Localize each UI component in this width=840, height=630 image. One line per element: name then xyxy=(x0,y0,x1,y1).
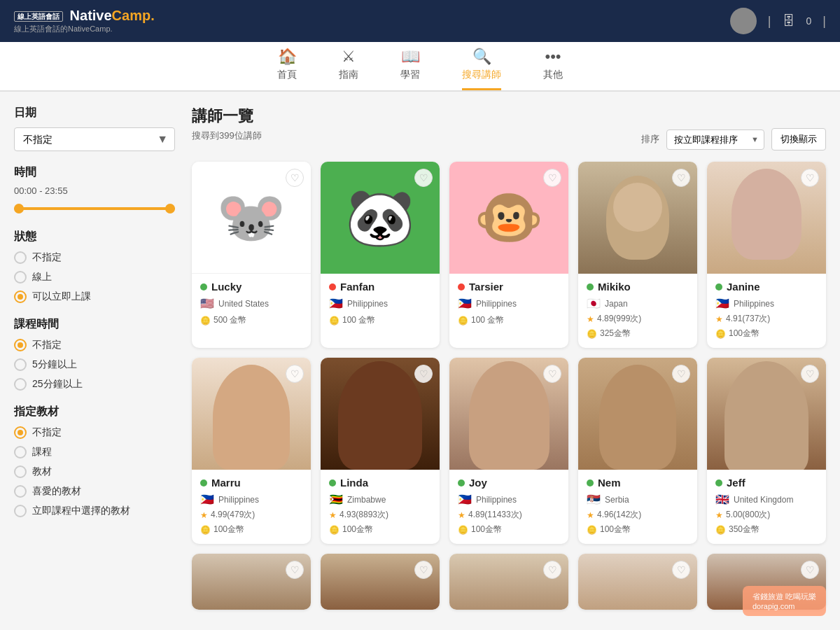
jeff-price: 🪙 350金幣 xyxy=(715,524,818,536)
nav-label-guide: 指南 xyxy=(339,69,358,81)
linda-name-row: Linda xyxy=(329,477,431,489)
nav-item-search[interactable]: 🔍 搜尋講師 xyxy=(462,48,501,90)
teacher-card-jeff[interactable]: ♡ Jeff 🇬🇧 United Kingdom ★ 5.00(800次) xyxy=(707,358,826,544)
nem-name-row: Nem xyxy=(587,477,689,489)
nem-flag: 🇷🇸 xyxy=(587,493,601,506)
radio-0[interactable] xyxy=(14,251,27,264)
partial3-heart-button[interactable]: ♡ xyxy=(543,561,561,579)
nav-item-home[interactable]: 🏠 首頁 xyxy=(277,48,297,90)
partial5-heart-button[interactable]: ♡ xyxy=(801,561,819,579)
sort-select[interactable]: 按立即課程排序 xyxy=(666,130,764,150)
teacher-card-lucky[interactable]: 🐭 ♡ Lucky 🇺🇸 United States 🪙 500 金幣 xyxy=(192,162,311,348)
material-label-2: 教材 xyxy=(32,465,52,478)
mikiko-heart-button[interactable]: ♡ xyxy=(672,169,690,187)
nav-label-study: 學習 xyxy=(400,69,420,81)
radio-1[interactable] xyxy=(14,271,27,284)
status-option-2[interactable]: 可以立即上課 xyxy=(14,290,175,303)
linda-heart-button[interactable]: ♡ xyxy=(414,365,433,383)
tarsier-heart-button[interactable]: ♡ xyxy=(543,169,561,187)
status-option-1[interactable]: 線上 xyxy=(14,271,175,284)
material-option-1[interactable]: 課程 xyxy=(14,446,175,458)
fanfan-heart-button[interactable]: ♡ xyxy=(414,169,433,187)
status-radio-group: 不指定 線上 可以立即上課 xyxy=(14,251,175,303)
material-radio-group: 不指定 課程 教材 喜愛的教材 立即課程中選擇的教材 xyxy=(14,426,175,517)
teacher-card-nem[interactable]: ♡ Nem 🇷🇸 Serbia ★ 4.96(142次) xyxy=(578,358,697,544)
mikiko-rating-text: 4.89(999次) xyxy=(597,313,641,325)
nem-country-name: Serbia xyxy=(605,495,629,505)
nem-country: 🇷🇸 Serbia xyxy=(587,493,689,506)
teacher-card-partial-3[interactable]: ♡ xyxy=(449,554,568,610)
slider-thumb-right[interactable] xyxy=(165,204,175,214)
janine-heart-button[interactable]: ♡ xyxy=(801,169,819,187)
radio-mat-4[interactable] xyxy=(14,505,27,517)
duration-option-2[interactable]: 25分鐘以上 xyxy=(14,378,175,391)
duration-option-0[interactable]: 不指定 xyxy=(14,339,175,351)
teacher-card-partial-4[interactable]: ♡ xyxy=(578,554,697,610)
radio-mat-1[interactable] xyxy=(14,446,27,458)
jeff-flag: 🇬🇧 xyxy=(715,493,729,506)
janine-name-row: Janine xyxy=(715,281,818,293)
radio-2[interactable] xyxy=(14,290,27,303)
header-avatar[interactable] xyxy=(730,8,757,34)
partial2-heart-button[interactable]: ♡ xyxy=(414,561,433,579)
tarsier-price-text: 100 金幣 xyxy=(471,314,504,326)
nem-card-body: Nem 🇷🇸 Serbia ★ 4.96(142次) 🪙 100金幣 xyxy=(578,470,697,544)
material-option-0[interactable]: 不指定 xyxy=(14,426,175,439)
teacher-card-janine[interactable]: ♡ Janine 🇵🇭 Philippines ★ 4.91(737次) xyxy=(707,162,826,348)
teacher-card-joy[interactable]: ♡ Joy 🇵🇭 Philippines ★ 4.89(11433次) xyxy=(449,358,568,544)
linda-country-name: Zimbabwe xyxy=(347,495,386,505)
radio-dur-1[interactable] xyxy=(14,358,27,371)
nem-rating-text: 4.96(142次) xyxy=(597,509,641,521)
teacher-card-marru[interactable]: ♡ Marru 🇵🇭 Philippines ★ 4.99(479次) xyxy=(192,358,311,544)
tarsier-status-dot xyxy=(458,284,465,290)
mikiko-price: 🪙 325金幣 xyxy=(587,328,689,340)
radio-mat-0[interactable] xyxy=(14,426,27,439)
teacher-card-fanfan[interactable]: 🐼 ♡ Fanfan 🇵🇭 Philippines 🪙 100 金幣 xyxy=(321,162,440,348)
teacher-card-partial-2[interactable]: ♡ xyxy=(321,554,440,610)
lucky-country: 🇺🇸 United States xyxy=(200,297,302,310)
filter-date: 日期 不指定 ▼ xyxy=(14,106,175,151)
tarsier-name: Tarsier xyxy=(469,281,503,293)
partial1-heart-button[interactable]: ♡ xyxy=(286,561,304,579)
material-option-2[interactable]: 教材 xyxy=(14,465,175,478)
jeff-heart-button[interactable]: ♡ xyxy=(801,365,819,383)
jeff-status-dot xyxy=(715,479,722,486)
joy-heart-button[interactable]: ♡ xyxy=(543,365,561,383)
material-option-4[interactable]: 立即課程中選擇的教材 xyxy=(14,505,175,517)
mikiko-price-text: 325金幣 xyxy=(600,328,631,340)
teacher-card-mikiko[interactable]: ♡ Mikiko 🇯🇵 Japan ★ 4.89(999次) xyxy=(578,162,697,348)
nem-rating: ★ 4.96(142次) xyxy=(587,509,689,521)
partial4-heart-button[interactable]: ♡ xyxy=(672,561,690,579)
nav-item-guide[interactable]: ⚔ 指南 xyxy=(339,48,358,90)
tarsier-country-name: Philippines xyxy=(476,299,517,309)
star-icon-joy: ★ xyxy=(458,510,465,520)
mikiko-rating: ★ 4.89(999次) xyxy=(587,313,689,325)
lucky-heart-button[interactable]: ♡ xyxy=(286,169,304,187)
nem-heart-button[interactable]: ♡ xyxy=(672,365,690,383)
duration-option-1[interactable]: 5分鐘以上 xyxy=(14,358,175,371)
slider-thumb-left[interactable] xyxy=(14,204,24,214)
linda-country: 🇿🇼 Zimbabwe xyxy=(329,493,431,506)
nav-item-study[interactable]: 📖 學習 xyxy=(400,48,420,90)
radio-mat-3[interactable] xyxy=(14,485,27,498)
radio-mat-2[interactable] xyxy=(14,465,27,478)
radio-dur-0[interactable] xyxy=(14,339,27,351)
janine-rating: ★ 4.91(737次) xyxy=(715,313,818,325)
status-option-0[interactable]: 不指定 xyxy=(14,251,175,264)
teacher-card-partial-1[interactable]: ♡ xyxy=(192,554,311,610)
date-select[interactable]: 不指定 xyxy=(14,127,175,151)
tarsier-flag: 🇵🇭 xyxy=(458,297,472,310)
lucky-flag: 🇺🇸 xyxy=(200,297,214,310)
star-icon-mikiko: ★ xyxy=(587,314,594,324)
teacher-card-linda[interactable]: ♡ Linda 🇿🇼 Zimbabwe ★ 4.93(8893次) xyxy=(321,358,440,544)
jeff-rating: ★ 5.00(800次) xyxy=(715,509,818,521)
nav-item-other[interactable]: ••• 其他 xyxy=(543,48,563,90)
toggle-display-button[interactable]: 切換顯示 xyxy=(771,128,826,150)
fanfan-flag: 🇵🇭 xyxy=(329,297,343,310)
teacher-card-tarsier[interactable]: 🐵 ♡ Tarsier 🇵🇭 Philippines 🪙 100 金幣 xyxy=(449,162,568,348)
material-label-3: 喜愛的教材 xyxy=(32,485,81,498)
material-option-3[interactable]: 喜愛的教材 xyxy=(14,485,175,498)
janine-name: Janine xyxy=(727,281,760,293)
marru-heart-button[interactable]: ♡ xyxy=(286,365,304,383)
radio-dur-2[interactable] xyxy=(14,378,27,391)
